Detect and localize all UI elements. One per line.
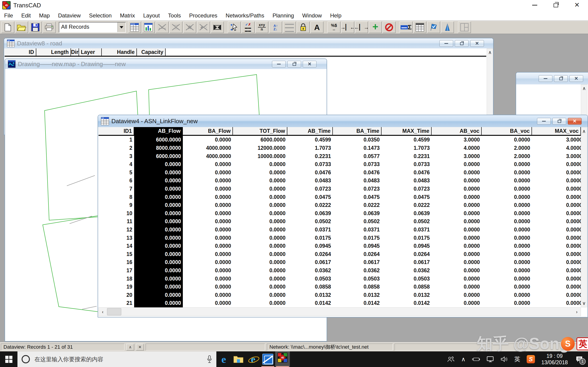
cell-ab-flow[interactable]: 0.0000 (134, 160, 183, 169)
cell-max-voc[interactable]: 0.0000 (532, 217, 581, 226)
cell-max-time[interactable]: 0.0483 (381, 177, 432, 185)
right-window-titlebar[interactable]: ✕ (516, 73, 588, 84)
cell-id1[interactable]: 3 (99, 152, 134, 160)
cell-ba-flow[interactable]: 0.0000 (183, 267, 233, 275)
cell-max-voc[interactable]: 0.0000 (532, 168, 581, 177)
cell-ab-time[interactable]: 1.7073 (287, 144, 333, 152)
drawing-minimize-button[interactable] (272, 61, 286, 67)
cell-ba-flow[interactable]: 0.0000 (183, 250, 233, 259)
cell-ab-voc[interactable]: 0.0000 (432, 291, 482, 299)
cell-ab-voc[interactable]: 0.0000 (432, 283, 482, 291)
cell-ba-voc[interactable]: 0.0000 (482, 168, 532, 177)
action-center-button[interactable]: 1 (574, 354, 584, 365)
cell-id1[interactable]: 6 (99, 177, 134, 185)
cell-ab-flow[interactable]: 0.0000 (134, 226, 183, 234)
cell-max-time[interactable]: 0.0858 (381, 283, 432, 291)
taskbar-search[interactable]: 在这里输入你要搜索的内容 (17, 351, 216, 367)
cell-ba-time[interactable]: 0.0175 (333, 234, 381, 242)
cell-ba-voc[interactable]: 0.0000 (482, 242, 532, 250)
drawing-restore-button[interactable] (287, 61, 301, 67)
cell-tot-flow[interactable]: 0.0000 (233, 185, 287, 193)
cell-ab-flow[interactable]: 6000.0000 (134, 136, 183, 144)
cell-ba-flow[interactable]: 0.0000 (183, 299, 233, 307)
dataview4-titlebar[interactable]: Dataview4 - ASN_LinkFlow_new ✕ (98, 115, 588, 127)
menu-item-dataview[interactable]: Dataview (58, 12, 81, 19)
cell-ab-voc[interactable]: 0.0000 (432, 267, 482, 275)
cell-ba-flow[interactable]: 4000.0000 (183, 152, 233, 160)
cell-ba-voc[interactable]: 0.0000 (482, 185, 532, 193)
dataview8-column-header-length[interactable]: Length (36, 48, 71, 56)
cell-ba-flow[interactable]: 0.0000 (183, 185, 233, 193)
volume-icon[interactable] (501, 356, 508, 362)
cell-max-time[interactable]: 0.0475 (381, 193, 432, 201)
dataview8-column-header-capacity[interactable]: Capacity (137, 48, 166, 56)
cell-max-time[interactable]: 0.0503 (381, 275, 432, 283)
cell-ba-voc[interactable]: 0.0000 (482, 226, 532, 234)
cell-max-time[interactable]: 0.0132 (381, 291, 432, 299)
right-window-minimize-button[interactable] (539, 75, 552, 82)
cell-ab-flow[interactable]: 6000.0000 (134, 152, 183, 160)
dataview4-column-header-id1[interactable]: ID1 (99, 127, 134, 135)
records-filter-dropdown[interactable]: All Records (59, 22, 126, 33)
cell-tot-flow[interactable]: 0.0000 (233, 201, 287, 209)
dataview8-column-header-layer[interactable]: Layer (79, 48, 102, 56)
cell-ab-flow[interactable]: 0.0000 (134, 299, 183, 307)
cell-ab-time[interactable]: 0.0639 (287, 209, 333, 217)
dataview4-vertical-scrollbar[interactable]: ∧ ∨ (581, 127, 587, 307)
dataview4-restore-button[interactable] (552, 118, 566, 125)
cell-ab-time[interactable]: 0.0222 (287, 201, 333, 209)
cell-ab-time[interactable]: 0.0483 (287, 177, 333, 185)
menu-item-help[interactable]: Help (330, 12, 341, 19)
cell-tot-flow[interactable]: 0.0000 (233, 299, 287, 307)
menu-item-matrix[interactable]: Matrix (120, 12, 135, 19)
menu-item-window[interactable]: Window (302, 12, 322, 19)
cell-max-voc[interactable]: 0.0000 (532, 283, 581, 291)
menu-item-edit[interactable]: Edit (21, 12, 31, 19)
cell-max-time[interactable]: 0.0639 (381, 209, 432, 217)
dataview8-column-header-id[interactable]: ID (5, 48, 36, 56)
lock-columns-button[interactable] (297, 22, 310, 33)
cell-ba-voc[interactable]: 0.0000 (482, 291, 532, 299)
open-file-button[interactable] (15, 22, 28, 33)
cell-ba-flow[interactable]: 0.0000 (183, 177, 233, 185)
cell-ba-time[interactable]: 0.0723 (333, 185, 381, 193)
cell-max-time[interactable]: 0.0723 (381, 185, 432, 193)
cell-ab-flow[interactable]: 0.0000 (134, 217, 183, 226)
cell-ba-flow[interactable]: 0.0000 (183, 209, 233, 217)
cell-ba-voc[interactable]: 0.0000 (482, 299, 532, 307)
cell-ba-flow[interactable]: 0.0000 (183, 242, 233, 250)
dataview4-column-header-max-voc[interactable]: MAX_voc (532, 127, 581, 135)
cell-tot-flow[interactable]: 10000.0000 (233, 152, 287, 160)
app-titlebar[interactable]: 45 TransCAD ✕ (0, 0, 588, 10)
menu-item-layout[interactable]: Layout (143, 12, 160, 19)
cell-ab-voc[interactable]: 0.0000 (432, 185, 482, 193)
drawing-titlebar[interactable]: Drawing——new.map - Drawing——new ✕ (5, 59, 327, 69)
cell-max-voc[interactable]: 0.0000 (532, 291, 581, 299)
pin-button[interactable] (441, 22, 454, 33)
taskbar-blue-app[interactable] (260, 351, 275, 367)
cell-max-voc[interactable]: 0.0000 (532, 258, 581, 267)
dataview4-column-header-ab-voc[interactable]: AB_voc (432, 127, 482, 135)
cell-tot-flow[interactable]: 12000.0000 (233, 144, 287, 152)
shrink-columns-button[interactable]: →▏← (341, 22, 354, 33)
cell-tot-flow[interactable]: 0.0000 (233, 250, 287, 259)
drawing-close-button[interactable]: ✕ (303, 61, 317, 67)
cell-ba-time[interactable]: 0.0132 (333, 291, 381, 299)
new-chart-button[interactable] (142, 22, 155, 33)
fonts-button[interactable]: A (311, 22, 323, 33)
cell-ab-flow[interactable]: 0.0000 (134, 201, 183, 209)
cell-ab-time[interactable]: 0.0503 (287, 275, 333, 283)
cell-ba-time[interactable]: 0.0617 (333, 258, 381, 267)
cell-ba-flow[interactable]: 0.0000 (183, 226, 233, 234)
cell-id1[interactable]: 4 (99, 160, 134, 169)
close-button[interactable]: ✕ (570, 0, 584, 10)
cell-ab-time[interactable]: 0.0733 (287, 160, 333, 169)
dataview8-column-header-dir[interactable]: Dir (71, 48, 79, 56)
cell-max-time[interactable]: 0.0733 (381, 160, 432, 169)
scroll-right-button[interactable]: › (573, 308, 581, 316)
cell-ab-voc[interactable]: 0.0000 (432, 258, 482, 267)
cell-ab-time[interactable]: 0.0476 (287, 168, 333, 177)
cell-ab-time[interactable]: 0.0502 (287, 217, 333, 226)
cell-tot-flow[interactable]: 0.0000 (233, 258, 287, 267)
cell-tot-flow[interactable]: 0.0000 (233, 267, 287, 275)
